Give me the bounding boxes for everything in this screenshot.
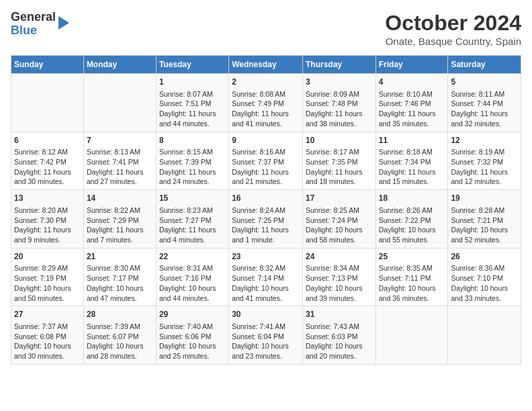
calendar-cell: 22Sunrise: 8:31 AMSunset: 7:16 PMDayligh… xyxy=(156,248,228,306)
day-number: 10 xyxy=(306,135,373,146)
day-number: 17 xyxy=(306,193,373,204)
logo: General Blue xyxy=(11,11,69,38)
day-info: Sunrise: 8:13 AMSunset: 7:41 PMDaylight:… xyxy=(87,147,153,187)
calendar-header: Sunday Monday Tuesday Wednesday Thursday… xyxy=(11,56,521,74)
day-number: 13 xyxy=(14,193,81,204)
day-number: 6 xyxy=(14,135,81,146)
calendar-cell: 20Sunrise: 8:29 AMSunset: 7:19 PMDayligh… xyxy=(11,248,84,306)
calendar-cell: 14Sunrise: 8:22 AMSunset: 7:29 PMDayligh… xyxy=(83,190,156,248)
col-monday: Monday xyxy=(83,56,156,74)
calendar-cell: 19Sunrise: 8:28 AMSunset: 7:21 PMDayligh… xyxy=(448,190,521,248)
calendar-cell: 2Sunrise: 8:08 AMSunset: 7:49 PMDaylight… xyxy=(229,74,303,132)
calendar-cell: 9Sunrise: 8:16 AMSunset: 7:37 PMDaylight… xyxy=(229,132,303,190)
day-number: 29 xyxy=(159,309,226,320)
calendar-week-0: 1Sunrise: 8:07 AMSunset: 7:51 PMDaylight… xyxy=(11,74,521,132)
calendar-body: 1Sunrise: 8:07 AMSunset: 7:51 PMDaylight… xyxy=(11,74,521,365)
day-info: Sunrise: 8:09 AMSunset: 7:48 PMDaylight:… xyxy=(306,89,373,129)
col-tuesday: Tuesday xyxy=(156,56,228,74)
calendar-cell: 21Sunrise: 8:30 AMSunset: 7:17 PMDayligh… xyxy=(83,248,156,306)
day-info: Sunrise: 8:35 AMSunset: 7:11 PMDaylight:… xyxy=(379,263,445,303)
calendar-table: Sunday Monday Tuesday Wednesday Thursday… xyxy=(11,55,521,365)
day-number: 7 xyxy=(87,135,153,146)
day-info: Sunrise: 7:40 AMSunset: 6:06 PMDaylight:… xyxy=(159,322,226,361)
day-info: Sunrise: 8:28 AMSunset: 7:21 PMDaylight:… xyxy=(451,205,518,245)
day-number: 4 xyxy=(379,77,445,88)
day-info: Sunrise: 7:41 AMSunset: 6:04 PMDaylight:… xyxy=(232,322,300,361)
calendar-title: October 2024 xyxy=(385,11,521,36)
day-info: Sunrise: 8:07 AMSunset: 7:51 PMDaylight:… xyxy=(159,89,226,129)
day-info: Sunrise: 8:29 AMSunset: 7:19 PMDaylight:… xyxy=(14,263,81,303)
day-info: Sunrise: 8:08 AMSunset: 7:49 PMDaylight:… xyxy=(232,89,300,129)
day-number: 2 xyxy=(232,77,300,88)
day-number: 14 xyxy=(87,193,153,204)
calendar-week-4: 27Sunrise: 7:37 AMSunset: 6:08 PMDayligh… xyxy=(11,306,521,365)
day-number: 3 xyxy=(306,77,373,88)
day-info: Sunrise: 8:10 AMSunset: 7:46 PMDaylight:… xyxy=(379,89,445,129)
calendar-cell xyxy=(448,306,521,365)
day-info: Sunrise: 7:37 AMSunset: 6:08 PMDaylight:… xyxy=(14,322,81,361)
day-info: Sunrise: 8:16 AMSunset: 7:37 PMDaylight:… xyxy=(232,147,300,187)
page-header: General Blue October 2024 Onate, Basque … xyxy=(11,11,521,47)
calendar-cell: 26Sunrise: 8:36 AMSunset: 7:10 PMDayligh… xyxy=(448,248,521,306)
day-number: 12 xyxy=(451,135,518,146)
logo-blue: Blue xyxy=(11,24,56,38)
day-info: Sunrise: 8:32 AMSunset: 7:14 PMDaylight:… xyxy=(232,263,300,303)
calendar-cell: 13Sunrise: 8:20 AMSunset: 7:30 PMDayligh… xyxy=(11,190,84,248)
calendar-cell: 11Sunrise: 8:18 AMSunset: 7:34 PMDayligh… xyxy=(375,132,448,190)
day-info: Sunrise: 8:12 AMSunset: 7:42 PMDaylight:… xyxy=(14,147,81,187)
calendar-cell: 15Sunrise: 8:23 AMSunset: 7:27 PMDayligh… xyxy=(156,190,228,248)
day-number: 22 xyxy=(159,251,226,263)
day-info: Sunrise: 7:43 AMSunset: 6:03 PMDaylight:… xyxy=(306,322,373,361)
day-info: Sunrise: 8:25 AMSunset: 7:24 PMDaylight:… xyxy=(306,205,373,245)
calendar-cell: 1Sunrise: 8:07 AMSunset: 7:51 PMDaylight… xyxy=(156,74,228,132)
calendar-cell: 27Sunrise: 7:37 AMSunset: 6:08 PMDayligh… xyxy=(11,306,84,365)
calendar-cell: 10Sunrise: 8:17 AMSunset: 7:35 PMDayligh… xyxy=(302,132,375,190)
calendar-cell: 3Sunrise: 8:09 AMSunset: 7:48 PMDaylight… xyxy=(302,74,375,132)
day-number: 28 xyxy=(87,309,153,320)
day-info: Sunrise: 8:17 AMSunset: 7:35 PMDaylight:… xyxy=(306,147,373,187)
day-number: 8 xyxy=(159,135,226,146)
calendar-week-1: 6Sunrise: 8:12 AMSunset: 7:42 PMDaylight… xyxy=(11,132,521,190)
title-block: October 2024 Onate, Basque Country, Spai… xyxy=(385,11,521,47)
calendar-subtitle: Onate, Basque Country, Spain xyxy=(385,36,521,47)
day-info: Sunrise: 8:36 AMSunset: 7:10 PMDaylight:… xyxy=(451,263,518,303)
logo-text: General Blue xyxy=(11,11,56,38)
day-number: 30 xyxy=(232,309,300,320)
day-number: 11 xyxy=(379,135,445,146)
day-number: 15 xyxy=(159,193,226,204)
calendar-cell: 24Sunrise: 8:34 AMSunset: 7:13 PMDayligh… xyxy=(302,248,375,306)
col-wednesday: Wednesday xyxy=(229,56,303,74)
day-number: 21 xyxy=(87,251,153,263)
calendar-cell: 12Sunrise: 8:19 AMSunset: 7:32 PMDayligh… xyxy=(448,132,521,190)
calendar-cell: 31Sunrise: 7:43 AMSunset: 6:03 PMDayligh… xyxy=(302,306,375,365)
calendar-cell: 18Sunrise: 8:26 AMSunset: 7:22 PMDayligh… xyxy=(375,190,448,248)
day-number: 19 xyxy=(451,193,518,204)
calendar-cell: 4Sunrise: 8:10 AMSunset: 7:46 PMDaylight… xyxy=(375,74,448,132)
day-info: Sunrise: 8:31 AMSunset: 7:16 PMDaylight:… xyxy=(159,263,226,303)
day-info: Sunrise: 8:15 AMSunset: 7:39 PMDaylight:… xyxy=(159,147,226,187)
calendar-cell: 8Sunrise: 8:15 AMSunset: 7:39 PMDaylight… xyxy=(156,132,228,190)
day-info: Sunrise: 8:11 AMSunset: 7:44 PMDaylight:… xyxy=(451,89,518,129)
calendar-cell xyxy=(83,74,156,132)
day-info: Sunrise: 8:24 AMSunset: 7:25 PMDaylight:… xyxy=(232,205,300,245)
calendar-week-3: 20Sunrise: 8:29 AMSunset: 7:19 PMDayligh… xyxy=(11,248,521,306)
day-info: Sunrise: 8:23 AMSunset: 7:27 PMDaylight:… xyxy=(159,205,226,245)
day-number: 23 xyxy=(232,251,300,263)
calendar-week-2: 13Sunrise: 8:20 AMSunset: 7:30 PMDayligh… xyxy=(11,190,521,248)
col-friday: Friday xyxy=(375,56,448,74)
day-number: 31 xyxy=(306,309,373,320)
logo-arrow-icon xyxy=(58,16,69,30)
day-info: Sunrise: 8:18 AMSunset: 7:34 PMDaylight:… xyxy=(379,147,445,187)
day-number: 24 xyxy=(306,251,373,263)
col-sunday: Sunday xyxy=(11,56,84,74)
calendar-cell: 6Sunrise: 8:12 AMSunset: 7:42 PMDaylight… xyxy=(11,132,84,190)
day-info: Sunrise: 8:20 AMSunset: 7:30 PMDaylight:… xyxy=(14,205,81,245)
header-row: Sunday Monday Tuesday Wednesday Thursday… xyxy=(11,56,521,74)
day-number: 16 xyxy=(232,193,300,204)
calendar-cell: 30Sunrise: 7:41 AMSunset: 6:04 PMDayligh… xyxy=(229,306,303,365)
calendar-cell: 7Sunrise: 8:13 AMSunset: 7:41 PMDaylight… xyxy=(83,132,156,190)
calendar-cell: 16Sunrise: 8:24 AMSunset: 7:25 PMDayligh… xyxy=(229,190,303,248)
calendar-cell xyxy=(11,74,84,132)
logo-general: General xyxy=(11,11,56,24)
day-number: 20 xyxy=(14,251,81,263)
